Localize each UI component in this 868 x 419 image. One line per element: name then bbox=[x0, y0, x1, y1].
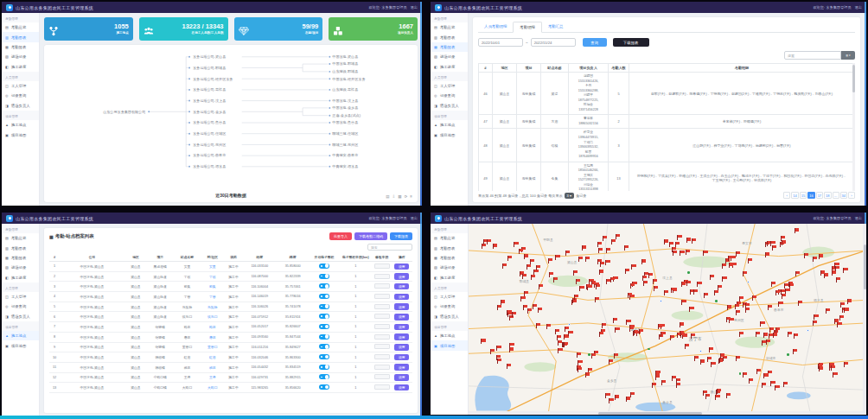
site-flag-marker[interactable] bbox=[747, 257, 752, 263]
village-link[interactable]: 饮马口 bbox=[207, 315, 217, 319]
site-flag-marker[interactable] bbox=[496, 345, 501, 351]
site-flag-marker[interactable] bbox=[598, 331, 603, 337]
village-link[interactable]: 大路口 bbox=[207, 386, 217, 390]
site-flag-marker[interactable] bbox=[781, 236, 786, 242]
site-flag-marker[interactable] bbox=[680, 251, 685, 257]
sidebar-item-worker-management[interactable]: ◫工人管理 bbox=[431, 81, 468, 91]
site-flag-marker[interactable] bbox=[661, 380, 666, 386]
site-flag-marker[interactable] bbox=[775, 384, 780, 390]
site-flag-marker[interactable] bbox=[709, 274, 714, 280]
fence-toggle[interactable] bbox=[319, 354, 329, 359]
download-report-button[interactable]: 下载报表 bbox=[613, 38, 649, 47]
site-flag-marker[interactable] bbox=[502, 263, 507, 269]
site-flag-marker[interactable] bbox=[843, 362, 848, 368]
site-button-2[interactable]: 下载报表 bbox=[390, 232, 412, 240]
site-flag-marker[interactable] bbox=[739, 332, 744, 338]
tab-0[interactable]: 人员考勤明细 bbox=[478, 22, 513, 32]
site-flag-marker[interactable] bbox=[630, 283, 635, 289]
chart-toolbox-icon-0[interactable]: ▤ bbox=[386, 194, 389, 199]
settings-button[interactable]: 设置 bbox=[394, 354, 409, 361]
settings-button[interactable]: 设置 bbox=[394, 374, 409, 381]
site-flag-marker[interactable] bbox=[585, 283, 590, 289]
fence-toggle[interactable] bbox=[319, 263, 329, 269]
sidebar-item-attendance-overview[interactable]: ▤考勤总览 bbox=[431, 233, 468, 243]
sidebar-item-exit-leaders[interactable]: ◨退场负责人 bbox=[431, 101, 468, 111]
columns-toggle-button[interactable]: ≡▾ bbox=[841, 51, 855, 60]
site-flag-marker[interactable] bbox=[726, 305, 731, 311]
site-flag-marker[interactable] bbox=[490, 348, 495, 354]
site-flag-marker[interactable] bbox=[814, 314, 819, 320]
radius-input[interactable] bbox=[374, 314, 390, 319]
site-flag-marker[interactable] bbox=[739, 296, 744, 302]
page-button-›[interactable]: › bbox=[848, 192, 855, 199]
site-flag-marker[interactable] bbox=[487, 238, 492, 244]
tab-1[interactable]: 考勤明细 bbox=[513, 22, 542, 33]
sidebar-item-attendance-report[interactable]: ▦考勤报表 bbox=[431, 42, 468, 52]
sidebar-item-worker-management[interactable]: ◫工人管理 bbox=[2, 292, 39, 302]
sidebar-item-record-query[interactable]: ◎记录查询 bbox=[431, 302, 468, 311]
fence-toggle[interactable] bbox=[319, 384, 329, 390]
fence-toggle[interactable] bbox=[319, 304, 329, 309]
site-flag-marker[interactable] bbox=[512, 312, 517, 318]
site-flag-marker[interactable] bbox=[553, 276, 558, 283]
village-link[interactable]: 路庄 bbox=[209, 326, 216, 329]
fence-toggle[interactable] bbox=[319, 334, 329, 340]
site-flag-marker[interactable] bbox=[519, 249, 524, 255]
site-flag-marker[interactable] bbox=[795, 228, 800, 234]
site-flag-marker[interactable] bbox=[546, 323, 551, 329]
site-flag-marker[interactable] bbox=[795, 271, 800, 277]
site-flag-marker[interactable] bbox=[658, 324, 663, 330]
sidebar-item-construction-sites[interactable]: ▲施工地点 bbox=[431, 120, 468, 130]
sidebar-item-entry-records[interactable]: ▧进场记录 bbox=[431, 263, 468, 272]
site-flag-marker[interactable] bbox=[676, 382, 681, 388]
radius-input[interactable] bbox=[374, 274, 390, 279]
site-flag-marker[interactable] bbox=[663, 239, 668, 245]
site-flag-marker[interactable] bbox=[481, 339, 486, 345]
site-flag-marker[interactable] bbox=[726, 393, 731, 399]
site-flag-marker[interactable] bbox=[653, 278, 658, 284]
village-link[interactable]: 班庄 bbox=[209, 366, 216, 370]
site-flag-marker[interactable] bbox=[597, 248, 603, 254]
page-button-14[interactable]: 14 bbox=[791, 192, 798, 199]
sidebar-item-construction-sites[interactable]: ▲施工地点 bbox=[431, 331, 468, 340]
sidebar-item-attendance-report[interactable]: ▦考勤报表 bbox=[2, 42, 39, 52]
site-flag-marker[interactable] bbox=[548, 257, 553, 263]
radius-input[interactable] bbox=[374, 334, 390, 340]
site-flag-marker[interactable] bbox=[789, 283, 795, 289]
site-flag-marker[interactable] bbox=[506, 364, 511, 370]
site-flag-marker[interactable] bbox=[522, 273, 527, 279]
site-flag-marker[interactable] bbox=[727, 256, 732, 262]
site-flag-marker[interactable] bbox=[668, 242, 673, 248]
site-flag-marker[interactable] bbox=[555, 255, 560, 261]
sidebar-item-construction-progress[interactable]: ◧施工进度 bbox=[2, 62, 39, 72]
site-flag-marker[interactable] bbox=[768, 304, 773, 310]
site-flag-marker[interactable] bbox=[831, 365, 836, 371]
chart-toolbox-icon-2[interactable]: ▦ bbox=[398, 194, 401, 199]
sidebar-item-project-map[interactable]: ▣项目地图 bbox=[2, 340, 39, 350]
page-button-18[interactable]: 18 bbox=[824, 192, 831, 199]
map-vertical-scrollbar[interactable] bbox=[863, 224, 866, 415]
site-flag-marker[interactable] bbox=[697, 282, 702, 288]
sidebar-item-attendance-chart[interactable]: ▥考勤图表 bbox=[431, 32, 468, 41]
site-flag-marker[interactable] bbox=[579, 286, 584, 292]
site-flag-marker[interactable] bbox=[743, 372, 748, 378]
site-flag-marker[interactable] bbox=[748, 378, 753, 384]
city-marker[interactable] bbox=[699, 350, 702, 352]
site-flag-marker[interactable] bbox=[833, 372, 838, 378]
sidebar-item-exit-leaders[interactable]: ◨退场负责人 bbox=[431, 312, 468, 321]
date-from-input[interactable]: 2022/10/01 bbox=[478, 38, 523, 47]
site-flag-marker[interactable] bbox=[826, 308, 831, 314]
site-flag-marker[interactable] bbox=[655, 374, 661, 380]
radius-input[interactable] bbox=[374, 365, 390, 370]
site-flag-marker[interactable] bbox=[514, 241, 519, 247]
site-flag-marker[interactable] bbox=[836, 276, 841, 283]
radius-input[interactable] bbox=[374, 304, 390, 309]
site-flag-marker[interactable] bbox=[535, 264, 540, 270]
radius-input[interactable] bbox=[374, 283, 390, 289]
village-link[interactable]: 丁营 bbox=[209, 295, 216, 299]
site-flag-marker[interactable] bbox=[663, 289, 668, 295]
site-flag-marker[interactable] bbox=[633, 330, 638, 336]
site-flag-marker[interactable] bbox=[713, 290, 718, 296]
site-flag-marker[interactable] bbox=[591, 352, 597, 359]
sidebar-item-project-map[interactable]: ▣项目地图 bbox=[431, 130, 468, 139]
